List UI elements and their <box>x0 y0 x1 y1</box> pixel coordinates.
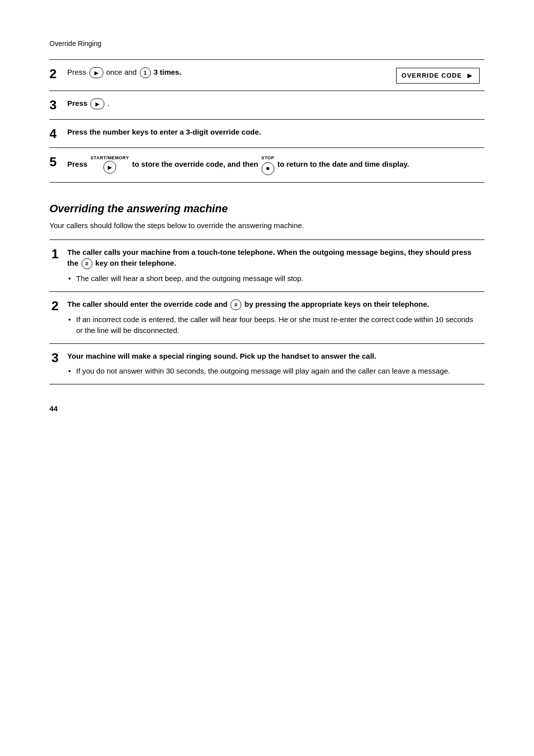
step-b-3-content: Your machine will make a special ringing… <box>67 343 485 384</box>
section-heading: Overriding the answering machine <box>49 202 485 215</box>
table-row: 4 Press the number keys to enter a 3-dig… <box>49 119 485 148</box>
step-b-number-2: 2 <box>49 291 67 343</box>
start-memory-button: START/MEMORY ▶ <box>90 156 129 174</box>
step-2-content: Press ▶ once and 1 3 times. OVERRIDE COD… <box>67 60 485 91</box>
step-b-2-content: The caller should enter the override cod… <box>67 291 485 343</box>
hash-button-icon-1: # <box>82 258 92 269</box>
start-memory-label: START/MEMORY <box>90 156 129 160</box>
table-row: 2 The caller should enter the override c… <box>49 291 485 343</box>
play-button-icon-2: ▶ <box>90 98 104 109</box>
hash-button-icon-2: # <box>230 299 241 310</box>
number-1-button-icon: 1 <box>140 67 151 78</box>
step-number-4: 4 <box>49 119 67 148</box>
stop-icon: ■ <box>262 162 274 175</box>
step-4-content: Press the number keys to enter a 3-digit… <box>67 119 485 148</box>
step-b1-bold: The caller calls your machine from a tou… <box>67 248 472 268</box>
step-b-number-1: 1 <box>49 239 67 291</box>
step-b2-bold: The caller should enter the override cod… <box>67 300 429 308</box>
step5-text1: to store the override code, and then <box>132 160 260 168</box>
override-code-arrow-icon: ► <box>466 70 474 82</box>
bullet-item: If an incorrect code is entered, the cal… <box>67 314 480 336</box>
step-5-content: Press START/MEMORY ▶ to store the overri… <box>67 148 485 183</box>
step-b3-bold: Your machine will make a special ringing… <box>67 352 376 360</box>
table-row: 3 Press ▶ . <box>49 91 485 120</box>
section-intro: Your callers should follow the steps bel… <box>49 221 485 230</box>
table-row: 1 The caller calls your machine from a t… <box>49 239 485 291</box>
bullet-item: The caller will hear a short beep, and t… <box>67 273 480 284</box>
step3-period: . <box>107 99 109 107</box>
step2-press-label: Press <box>67 68 86 76</box>
step4-text: Press the number keys to enter a 3-digit… <box>67 128 261 136</box>
step-b1-bullets: The caller will hear a short beep, and t… <box>67 273 480 284</box>
stop-button: STOP ■ <box>261 155 274 175</box>
start-memory-icon: ▶ <box>103 161 116 174</box>
step-b3-bullets: If you do not answer within 30 seconds, … <box>67 366 480 377</box>
step2-times: 3 times. <box>154 68 181 76</box>
table-row: 3 Your machine will make a special ringi… <box>49 343 485 384</box>
step2-once-and: once and <box>106 68 139 76</box>
override-code-label: OVERRIDE CODE <box>401 71 462 81</box>
page-label: Override Ringing <box>49 40 485 47</box>
table-row: 2 Press ▶ once and 1 3 times. OVERRIDE C… <box>49 60 485 91</box>
step-b-number-3: 3 <box>49 343 67 384</box>
step-3-content: Press ▶ . <box>67 91 485 120</box>
steps-bottom-table: 1 The caller calls your machine from a t… <box>49 239 485 384</box>
page-number: 44 <box>49 404 485 413</box>
stop-label: STOP <box>261 155 274 162</box>
override-code-box: OVERRIDE CODE ► <box>396 68 480 84</box>
step5-text2: to return to the date and time display. <box>277 160 409 168</box>
step-b-1-content: The caller calls your machine from a tou… <box>67 239 485 291</box>
step-number-5: 5 <box>49 148 67 183</box>
play-button-icon: ▶ <box>89 67 103 78</box>
step3-press: Press <box>67 99 88 107</box>
step5-press: Press <box>67 160 88 168</box>
step-number-3: 3 <box>49 91 67 120</box>
step-number-2: 2 <box>49 60 67 91</box>
bullet-item: If you do not answer within 30 seconds, … <box>67 366 480 377</box>
step-b2-bullets: If an incorrect code is entered, the cal… <box>67 314 480 336</box>
table-row: 5 Press START/MEMORY ▶ to store the over… <box>49 148 485 183</box>
steps-top-table: 2 Press ▶ once and 1 3 times. OVERRIDE C… <box>49 59 485 183</box>
